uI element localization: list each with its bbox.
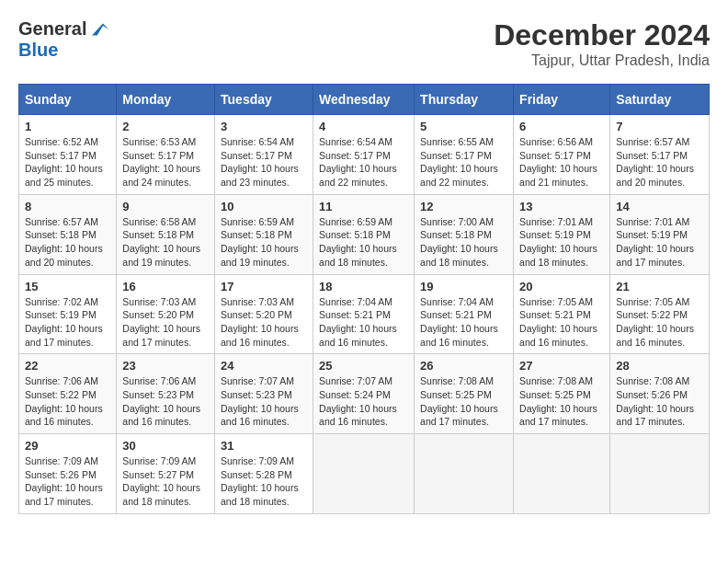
calendar-cell: 10 Sunrise: 6:59 AM Sunset: 5:18 PM Dayl… xyxy=(215,194,313,274)
day-info: Sunrise: 7:08 AM Sunset: 5:25 PM Dayligh… xyxy=(420,374,507,429)
day-number: 7 xyxy=(616,120,703,133)
day-number: 3 xyxy=(221,120,307,133)
day-number: 20 xyxy=(519,280,604,293)
day-of-week-header: Tuesday xyxy=(215,85,313,115)
day-number: 24 xyxy=(221,359,307,373)
calendar-week-row: 1 Sunrise: 6:52 AM Sunset: 5:17 PM Dayli… xyxy=(19,115,710,195)
calendar-cell: 12 Sunrise: 7:00 AM Sunset: 5:18 PM Dayl… xyxy=(415,194,514,274)
title-section: December 2024 Tajpur, Uttar Pradesh, Ind… xyxy=(494,18,710,69)
day-number: 30 xyxy=(122,439,209,453)
calendar-cell: 29 Sunrise: 7:09 AM Sunset: 5:26 PM Dayl… xyxy=(19,434,117,514)
day-number: 13 xyxy=(519,200,604,213)
day-number: 16 xyxy=(122,280,209,293)
calendar-cell: 24 Sunrise: 7:07 AM Sunset: 5:23 PM Dayl… xyxy=(215,354,313,434)
calendar-cell: 9 Sunrise: 6:58 AM Sunset: 5:18 PM Dayli… xyxy=(117,194,215,274)
calendar-cell xyxy=(514,434,610,514)
day-number: 1 xyxy=(25,120,110,133)
day-info: Sunrise: 7:02 AM Sunset: 5:19 PM Dayligh… xyxy=(25,295,110,350)
logo: General Blue xyxy=(18,18,110,61)
day-info: Sunrise: 7:07 AM Sunset: 5:24 PM Dayligh… xyxy=(319,374,408,429)
day-number: 14 xyxy=(616,200,703,213)
day-of-week-header: Saturday xyxy=(610,85,710,115)
day-number: 26 xyxy=(420,359,507,373)
day-info: Sunrise: 7:00 AM Sunset: 5:18 PM Dayligh… xyxy=(420,215,507,270)
day-info: Sunrise: 6:54 AM Sunset: 5:17 PM Dayligh… xyxy=(221,135,307,190)
day-number: 27 xyxy=(519,359,604,373)
calendar-cell: 16 Sunrise: 7:03 AM Sunset: 5:20 PM Dayl… xyxy=(117,274,215,354)
calendar-cell: 30 Sunrise: 7:09 AM Sunset: 5:27 PM Dayl… xyxy=(117,434,215,514)
day-info: Sunrise: 6:59 AM Sunset: 5:18 PM Dayligh… xyxy=(319,215,408,270)
calendar-cell: 20 Sunrise: 7:05 AM Sunset: 5:21 PM Dayl… xyxy=(514,274,610,354)
calendar-cell: 28 Sunrise: 7:08 AM Sunset: 5:26 PM Dayl… xyxy=(610,354,710,434)
day-info: Sunrise: 7:06 AM Sunset: 5:23 PM Dayligh… xyxy=(122,374,209,429)
calendar-cell: 5 Sunrise: 6:55 AM Sunset: 5:17 PM Dayli… xyxy=(415,115,514,195)
month-year-title: December 2024 xyxy=(494,18,710,52)
calendar-week-row: 29 Sunrise: 7:09 AM Sunset: 5:26 PM Dayl… xyxy=(19,434,710,514)
day-info: Sunrise: 7:08 AM Sunset: 5:26 PM Dayligh… xyxy=(616,374,703,429)
day-info: Sunrise: 7:05 AM Sunset: 5:22 PM Dayligh… xyxy=(616,295,703,350)
calendar-week-row: 8 Sunrise: 6:57 AM Sunset: 5:18 PM Dayli… xyxy=(19,194,710,274)
day-number: 2 xyxy=(122,120,209,133)
page-header: General Blue December 2024 Tajpur, Uttar… xyxy=(18,18,710,69)
day-number: 23 xyxy=(122,359,209,373)
day-info: Sunrise: 7:09 AM Sunset: 5:28 PM Dayligh… xyxy=(221,454,307,509)
day-info: Sunrise: 7:07 AM Sunset: 5:23 PM Dayligh… xyxy=(221,374,307,429)
day-info: Sunrise: 7:03 AM Sunset: 5:20 PM Dayligh… xyxy=(122,295,209,350)
day-info: Sunrise: 7:03 AM Sunset: 5:20 PM Dayligh… xyxy=(221,295,307,350)
day-info: Sunrise: 7:09 AM Sunset: 5:27 PM Dayligh… xyxy=(122,454,209,509)
calendar-cell: 2 Sunrise: 6:53 AM Sunset: 5:17 PM Dayli… xyxy=(117,115,215,195)
calendar-cell: 13 Sunrise: 7:01 AM Sunset: 5:19 PM Dayl… xyxy=(514,194,610,274)
calendar-cell xyxy=(313,434,415,514)
day-number: 28 xyxy=(616,359,703,373)
calendar-cell: 26 Sunrise: 7:08 AM Sunset: 5:25 PM Dayl… xyxy=(415,354,514,434)
day-number: 18 xyxy=(319,280,408,293)
day-info: Sunrise: 7:04 AM Sunset: 5:21 PM Dayligh… xyxy=(319,295,408,350)
calendar-cell: 31 Sunrise: 7:09 AM Sunset: 5:28 PM Dayl… xyxy=(215,434,313,514)
calendar-cell: 4 Sunrise: 6:54 AM Sunset: 5:17 PM Dayli… xyxy=(313,115,415,195)
day-info: Sunrise: 7:09 AM Sunset: 5:26 PM Dayligh… xyxy=(25,454,110,509)
day-number: 4 xyxy=(319,120,408,133)
calendar-cell: 6 Sunrise: 6:56 AM Sunset: 5:17 PM Dayli… xyxy=(514,115,610,195)
day-number: 21 xyxy=(616,280,703,293)
day-info: Sunrise: 6:59 AM Sunset: 5:18 PM Dayligh… xyxy=(221,215,307,270)
day-number: 6 xyxy=(519,120,604,133)
calendar-cell: 14 Sunrise: 7:01 AM Sunset: 5:19 PM Dayl… xyxy=(610,194,710,274)
day-of-week-header: Monday xyxy=(117,85,215,115)
logo-general: General xyxy=(18,18,86,40)
day-number: 15 xyxy=(25,280,110,293)
calendar-cell: 21 Sunrise: 7:05 AM Sunset: 5:22 PM Dayl… xyxy=(610,274,710,354)
calendar-cell: 19 Sunrise: 7:04 AM Sunset: 5:21 PM Dayl… xyxy=(415,274,514,354)
calendar-cell: 27 Sunrise: 7:08 AM Sunset: 5:25 PM Dayl… xyxy=(514,354,610,434)
calendar-cell: 23 Sunrise: 7:06 AM Sunset: 5:23 PM Dayl… xyxy=(117,354,215,434)
calendar-cell: 11 Sunrise: 6:59 AM Sunset: 5:18 PM Dayl… xyxy=(313,194,415,274)
calendar-week-row: 15 Sunrise: 7:02 AM Sunset: 5:19 PM Dayl… xyxy=(19,274,710,354)
day-number: 11 xyxy=(319,200,408,213)
location-subtitle: Tajpur, Uttar Pradesh, India xyxy=(494,52,710,69)
day-info: Sunrise: 6:54 AM Sunset: 5:17 PM Dayligh… xyxy=(319,135,408,190)
day-info: Sunrise: 6:52 AM Sunset: 5:17 PM Dayligh… xyxy=(25,135,110,190)
day-number: 22 xyxy=(25,359,110,373)
calendar-table: SundayMondayTuesdayWednesdayThursdayFrid… xyxy=(18,84,710,514)
day-of-week-header: Friday xyxy=(514,85,610,115)
day-number: 12 xyxy=(420,200,507,213)
calendar-cell: 18 Sunrise: 7:04 AM Sunset: 5:21 PM Dayl… xyxy=(313,274,415,354)
day-info: Sunrise: 7:01 AM Sunset: 5:19 PM Dayligh… xyxy=(519,215,604,270)
calendar-cell: 8 Sunrise: 6:57 AM Sunset: 5:18 PM Dayli… xyxy=(19,194,117,274)
calendar-cell: 25 Sunrise: 7:07 AM Sunset: 5:24 PM Dayl… xyxy=(313,354,415,434)
day-info: Sunrise: 7:08 AM Sunset: 5:25 PM Dayligh… xyxy=(519,374,604,429)
svg-marker-0 xyxy=(92,23,108,35)
calendar-week-row: 22 Sunrise: 7:06 AM Sunset: 5:22 PM Dayl… xyxy=(19,354,710,434)
day-number: 19 xyxy=(420,280,507,293)
calendar-cell: 1 Sunrise: 6:52 AM Sunset: 5:17 PM Dayli… xyxy=(19,115,117,195)
day-info: Sunrise: 7:06 AM Sunset: 5:22 PM Dayligh… xyxy=(25,374,110,429)
day-info: Sunrise: 6:57 AM Sunset: 5:18 PM Dayligh… xyxy=(25,215,110,270)
day-info: Sunrise: 6:56 AM Sunset: 5:17 PM Dayligh… xyxy=(519,135,604,190)
calendar-header-row: SundayMondayTuesdayWednesdayThursdayFrid… xyxy=(19,85,710,115)
day-number: 31 xyxy=(221,439,307,453)
day-info: Sunrise: 6:55 AM Sunset: 5:17 PM Dayligh… xyxy=(420,135,507,190)
calendar-cell: 15 Sunrise: 7:02 AM Sunset: 5:19 PM Dayl… xyxy=(19,274,117,354)
calendar-cell xyxy=(415,434,514,514)
day-number: 25 xyxy=(319,359,408,373)
calendar-cell xyxy=(610,434,710,514)
day-of-week-header: Thursday xyxy=(415,85,514,115)
